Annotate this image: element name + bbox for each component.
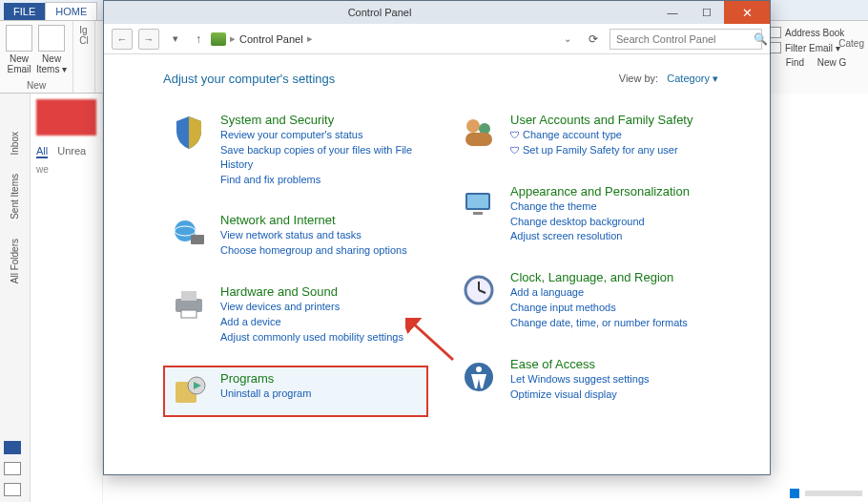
- new-items-button[interactable]: New Items ▾: [36, 25, 67, 74]
- category-hardware-sound[interactable]: Hardware and Sound View devices and prin…: [163, 279, 428, 350]
- link-desktop-bg[interactable]: Change desktop background: [510, 215, 690, 229]
- status-dot-icon: [790, 489, 799, 498]
- link-review-status[interactable]: Review your computer's status: [220, 128, 423, 142]
- cleanup-button[interactable]: Cl: [79, 35, 88, 46]
- inbox-snippet: we: [31, 162, 102, 177]
- globe-network-icon: [169, 213, 209, 253]
- search-input[interactable]: [616, 33, 748, 45]
- category-programs[interactable]: Programs Uninstall a program: [163, 366, 428, 417]
- close-button[interactable]: ✕: [724, 1, 770, 24]
- back-button[interactable]: ←: [112, 29, 133, 50]
- category-title[interactable]: Hardware and Sound: [220, 284, 403, 299]
- titlebar[interactable]: Control Panel — ☐ ✕: [104, 1, 770, 24]
- link-change-theme[interactable]: Change the theme: [510, 199, 690, 214]
- svg-rect-14: [473, 212, 483, 215]
- category-title[interactable]: Network and Internet: [220, 213, 407, 227]
- link-date-time-formats[interactable]: Change date, time, or number formats: [510, 316, 688, 330]
- link-mobility[interactable]: Adjust commonly used mobility settings: [220, 330, 403, 345]
- link-find-fix[interactable]: Find and fix problems: [220, 173, 423, 187]
- category-title[interactable]: System and Security: [220, 113, 423, 127]
- search-icon[interactable]: 🔍: [754, 32, 768, 46]
- view-by-value[interactable]: Category ▾: [667, 73, 718, 84]
- category-title[interactable]: Appearance and Personalization: [510, 184, 690, 199]
- new-group-label: New G: [817, 57, 847, 68]
- mail-nav-icon[interactable]: [4, 441, 21, 454]
- breadcrumb[interactable]: ▸ Control Panel ▸: [211, 32, 313, 46]
- rail-all-folders[interactable]: All Folders: [10, 239, 20, 283]
- people-nav-icon[interactable]: [4, 483, 21, 496]
- breadcrumb-item[interactable]: Control Panel: [239, 33, 303, 45]
- maximize-button[interactable]: ☐: [690, 1, 724, 24]
- link-input-methods[interactable]: Change input methods: [510, 301, 688, 315]
- ribbon-right-pane: Address Book Filter Email ▾ Find New G: [763, 21, 868, 94]
- category-title[interactable]: User Accounts and Family Safety: [510, 113, 692, 127]
- link-screen-res[interactable]: Adjust screen resolution: [510, 229, 690, 243]
- inbox-list: All Unrea we: [31, 94, 103, 502]
- category-user-accounts[interactable]: User Accounts and Family Safety Change a…: [453, 107, 718, 163]
- ease-of-access-icon: [459, 357, 499, 397]
- users-icon: [459, 113, 499, 153]
- tab-home[interactable]: HOME: [45, 2, 97, 20]
- redacted-block: [36, 99, 96, 136]
- svg-point-19: [476, 366, 482, 372]
- link-homegroup[interactable]: Choose homegroup and sharing options: [220, 243, 407, 258]
- link-uninstall-program[interactable]: Uninstall a program: [220, 387, 311, 401]
- nav-icons: [4, 441, 21, 496]
- svg-rect-13: [467, 195, 488, 208]
- inbox-tab-all[interactable]: All: [36, 145, 48, 158]
- page-heading: Adjust your computer's settings: [163, 72, 335, 86]
- category-network-internet[interactable]: Network and Internet View network status…: [163, 207, 428, 263]
- categorize-label: Categ: [838, 38, 864, 49]
- rail-inbox[interactable]: Inbox: [10, 132, 20, 155]
- rail-sent[interactable]: Sent Items: [10, 174, 20, 220]
- calendar-nav-icon[interactable]: [4, 462, 21, 475]
- new-email-button[interactable]: New Email: [6, 25, 32, 74]
- link-windows-suggest[interactable]: Let Windows suggest settings: [510, 372, 650, 387]
- control-panel-body: Adjust your computer's settings View by:…: [104, 54, 770, 474]
- link-file-history[interactable]: Save backup copies of your files with Fi…: [220, 143, 423, 172]
- chevron-right-icon: ▸: [230, 32, 236, 45]
- svg-rect-4: [181, 291, 196, 301]
- link-change-account-type[interactable]: Change account type: [510, 128, 692, 142]
- link-network-status[interactable]: View network status and tasks: [220, 228, 407, 242]
- up-button[interactable]: ↑: [192, 32, 205, 46]
- address-dropdown[interactable]: ⌄: [558, 33, 577, 44]
- ribbon-group-new: New Email New Items ▾ New: [0, 21, 73, 93]
- category-title[interactable]: Clock, Language, and Region: [510, 270, 688, 284]
- category-title[interactable]: Ease of Access: [510, 357, 650, 371]
- link-devices-printers[interactable]: View devices and printers: [220, 300, 403, 314]
- mail-icon: [6, 25, 32, 52]
- minimize-button[interactable]: —: [655, 1, 690, 24]
- programs-icon: [169, 371, 209, 411]
- forward-button[interactable]: →: [138, 29, 159, 50]
- printer-icon: [169, 284, 209, 324]
- link-add-language[interactable]: Add a language: [510, 285, 688, 300]
- category-title[interactable]: Programs: [220, 371, 311, 386]
- recent-dropdown[interactable]: ▾: [165, 29, 186, 50]
- category-clock-language[interactable]: Clock, Language, and Region Add a langua…: [453, 264, 718, 336]
- chevron-right-icon[interactable]: ▸: [307, 32, 313, 45]
- svg-point-9: [466, 119, 480, 133]
- category-ease-of-access[interactable]: Ease of Access Let Windows suggest setti…: [453, 351, 718, 408]
- inbox-tab-unread[interactable]: Unrea: [57, 145, 86, 158]
- category-appearance[interactable]: Appearance and Personalization Change th…: [453, 178, 718, 250]
- view-by[interactable]: View by: Category ▾: [619, 73, 718, 85]
- zoom-slider[interactable]: [805, 491, 862, 496]
- window-title: Control Panel: [104, 7, 655, 18]
- search-box[interactable]: 🔍: [610, 29, 762, 50]
- ribbon-group-delete: IgCl: [73, 21, 94, 93]
- link-add-device[interactable]: Add a device: [220, 315, 403, 329]
- category-system-security[interactable]: System and Security Review your computer…: [163, 107, 428, 192]
- find-label: Find: [786, 57, 804, 68]
- new-items-icon: [38, 25, 65, 52]
- filter-email-button[interactable]: Filter Email ▾: [785, 43, 840, 53]
- link-family-safety[interactable]: Set up Family Safety for any user: [510, 143, 692, 157]
- control-panel-icon: [211, 32, 226, 46]
- ribbon-group-label: New: [27, 80, 46, 91]
- refresh-button[interactable]: ⟳: [583, 32, 604, 46]
- tab-file[interactable]: FILE: [4, 3, 45, 20]
- ignore-button[interactable]: Ig: [79, 25, 87, 35]
- monitor-icon: [459, 184, 499, 224]
- address-book-button[interactable]: Address Book: [785, 28, 844, 38]
- link-optimize-display[interactable]: Optimize visual display: [510, 387, 650, 402]
